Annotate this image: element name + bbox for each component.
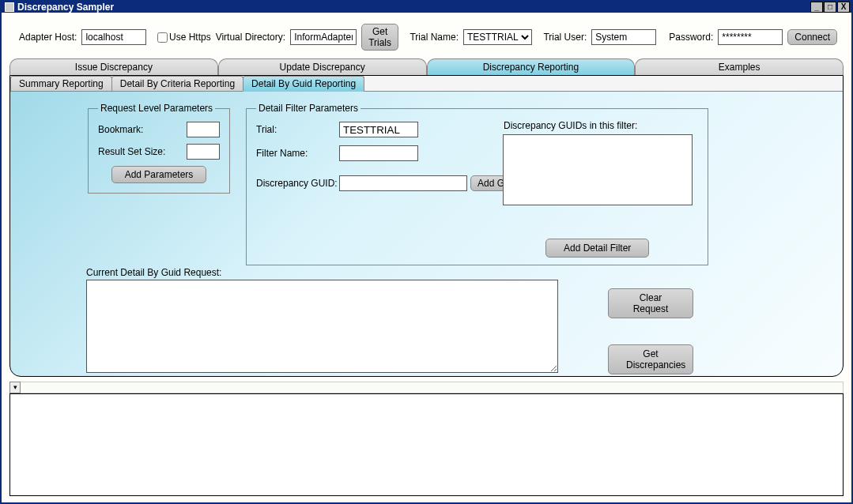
output-box[interactable]	[9, 393, 844, 496]
result-size-input[interactable]	[187, 144, 220, 160]
result-size-label: Result Set Size:	[98, 146, 165, 157]
tabs-container: Issue Discrepancy Update Discrepancy Dis…	[9, 58, 844, 377]
guid-list-box[interactable]	[503, 134, 693, 205]
window-controls: _ □ X	[810, 2, 850, 13]
filter-name-label: Filter Name:	[256, 148, 339, 159]
disc-guid-input[interactable]	[339, 175, 467, 191]
get-trials-button[interactable]: Get Trials	[361, 24, 398, 51]
window-title: Discrepancy Sampler	[17, 2, 114, 13]
virtual-dir-label: Virtual Directory:	[216, 32, 285, 43]
app-icon	[5, 2, 14, 12]
tab-discrepancy-reporting[interactable]: Discrepancy Reporting	[427, 58, 636, 75]
trial-label: Trial:	[256, 124, 339, 135]
collapse-toggle[interactable]: ▾	[9, 382, 21, 393]
guid-list-label: Discrepancy GUIDs in this filter:	[504, 120, 637, 131]
use-https-label: Use Https	[169, 32, 211, 43]
tab-update-discrepancy[interactable]: Update Discrepancy	[218, 58, 427, 75]
trial-user-label: Trial User:	[543, 32, 587, 43]
get-discrepancies-button[interactable]: Get Discrepancies	[608, 344, 693, 374]
bookmark-row: Bookmark:	[98, 122, 220, 137]
bookmark-label: Bookmark:	[98, 124, 143, 135]
sub-tab-guid[interactable]: Detail By Guid Reporting	[243, 76, 364, 92]
clear-request-button[interactable]: Clear Request	[608, 288, 693, 318]
detail-filter-group: Detail Filter Parameters Trial: Filter N…	[246, 103, 708, 265]
sub-tab-criteria[interactable]: Detail By Criteria Reporting	[111, 76, 243, 91]
tab-body: Summary Reporting Detail By Criteria Rep…	[9, 75, 844, 377]
add-parameters-button[interactable]: Add Parameters	[111, 166, 207, 183]
virtual-dir-input[interactable]	[290, 29, 357, 45]
trial-name-select[interactable]: TESTTRIAL	[463, 29, 532, 45]
app-window: Discrepancy Sampler _ □ X Adapter Host: …	[0, 0, 853, 504]
use-https-checkbox[interactable]	[157, 32, 168, 43]
disc-guid-label: Discrepancy GUID:	[256, 178, 339, 189]
add-params-wrap: Add Parameters	[98, 166, 220, 183]
add-detail-filter-button[interactable]: Add Detail Filter	[545, 239, 649, 258]
add-detail-filter-wrap: Add Detail Filter	[545, 239, 649, 258]
collapse-fill	[21, 382, 844, 393]
clear-request-wrap: Clear Request	[608, 288, 693, 318]
get-discrepancies-wrap: Get Discrepancies	[608, 344, 693, 374]
request-level-legend: Request Level Parameters	[98, 103, 215, 114]
guid-panel: Request Level Parameters Bookmark: Resul…	[10, 92, 843, 376]
sub-tabs: Summary Reporting Detail By Criteria Rep…	[10, 76, 843, 92]
bottom-area: ▾	[9, 382, 844, 496]
result-size-row: Result Set Size:	[98, 144, 220, 160]
adapter-host-label: Adapter Host:	[19, 32, 77, 43]
content-area: Adapter Host: Use Https Virtual Director…	[2, 13, 851, 502]
connect-button[interactable]: Connect	[787, 29, 837, 45]
titlebar-left: Discrepancy Sampler	[5, 2, 114, 13]
trial-input[interactable]	[339, 122, 418, 137]
filter-name-input[interactable]	[339, 145, 418, 161]
titlebar: Discrepancy Sampler _ □ X	[2, 2, 851, 13]
password-label: Password:	[669, 32, 713, 43]
detail-filter-legend: Detail Filter Parameters	[256, 103, 360, 114]
sub-tab-summary[interactable]: Summary Reporting	[10, 76, 112, 91]
maximize-button[interactable]: □	[824, 2, 836, 13]
current-request-label: Current Detail By Guid Request:	[86, 267, 221, 278]
tab-examples[interactable]: Examples	[635, 58, 844, 75]
request-level-group: Request Level Parameters Bookmark: Resul…	[88, 103, 230, 194]
minimize-button[interactable]: _	[810, 2, 823, 13]
close-button[interactable]: X	[837, 2, 850, 13]
main-tabs: Issue Discrepancy Update Discrepancy Dis…	[9, 58, 844, 75]
tab-issue-discrepancy[interactable]: Issue Discrepancy	[9, 58, 218, 75]
connection-toolbar: Adapter Host: Use Https Virtual Director…	[2, 13, 851, 58]
bookmark-input[interactable]	[187, 122, 220, 137]
use-https-checkbox-wrap: Use Https	[157, 32, 211, 43]
current-request-box[interactable]	[86, 280, 558, 373]
adapter-host-input[interactable]	[81, 29, 146, 45]
collapse-bar: ▾	[9, 382, 844, 393]
trial-user-input[interactable]	[591, 29, 656, 45]
trial-name-label: Trial Name:	[410, 32, 459, 43]
password-input[interactable]	[718, 29, 783, 45]
